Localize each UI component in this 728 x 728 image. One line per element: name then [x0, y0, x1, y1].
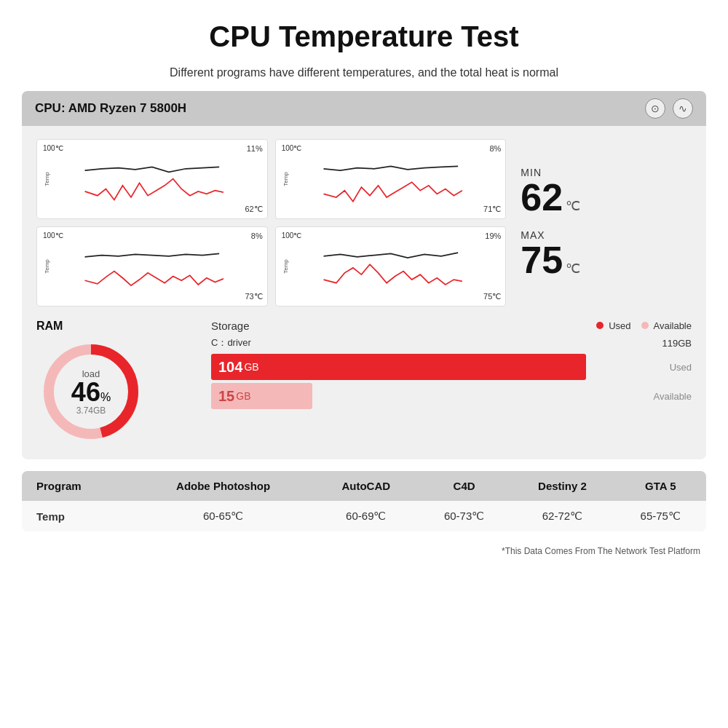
storage-drive-label: C：driver	[211, 336, 251, 349]
chart-4-svg	[282, 241, 500, 296]
ram-label: RAM	[36, 320, 63, 333]
cell-photoshop: 60-65℃	[133, 501, 314, 531]
chart-3-percentage: 8%	[251, 232, 263, 240]
col-c4d: C4D	[419, 471, 510, 501]
cell-destiny2: 62-72℃	[510, 501, 614, 531]
storage-drive-size: 119GB	[662, 338, 692, 349]
cell-autocad: 60-69℃	[314, 501, 419, 531]
max-stat-block: MAX 75 ℃	[521, 229, 580, 279]
available-value: 15	[218, 388, 234, 405]
chart-3-svg	[43, 241, 261, 296]
cell-c4d: 60-73℃	[419, 501, 510, 531]
used-bar: 104 GB	[211, 354, 586, 380]
col-program: Program	[22, 471, 133, 501]
donut-container: load 46 % 3.74GB	[36, 337, 146, 446]
chart-2: 100℃ Temp 8% 71℃	[275, 139, 507, 219]
row-label: Temp	[22, 501, 133, 531]
ram-storage-row: RAM load 46 %	[22, 320, 706, 459]
available-bar-row: 15 GB Available	[211, 383, 692, 409]
used-text: Used	[592, 362, 692, 373]
cell-gta5: 65-75℃	[615, 501, 706, 531]
stats-area: MIN 62 ℃ MAX 75 ℃	[513, 139, 692, 306]
storage-title-row: Storage Used Available	[211, 320, 692, 332]
panel-body: 100℃ Temp 11% 62℃ 100℃	[22, 126, 706, 320]
main-panel: CPU: AMD Ryzen 7 5800H ⊙ ∿ 100℃ Temp 11%	[22, 91, 706, 459]
used-legend: Used	[596, 320, 631, 331]
chart-2-side-label: Temp	[282, 172, 289, 186]
table-header-row: Program Adobe Photoshop AutoCAD C4D Dest…	[22, 471, 706, 501]
chart-4: 100℃ Temp 19% 75℃	[275, 226, 507, 306]
speedometer-icon[interactable]: ⊙	[645, 98, 665, 119]
chart-4-top-label: 100℃	[282, 232, 500, 240]
used-value: 104	[218, 359, 242, 376]
donut-percent: 46	[71, 379, 100, 405]
min-value: 62	[521, 178, 563, 216]
storage-section: Storage Used Available C：driver	[197, 320, 692, 409]
used-unit: GB	[244, 361, 258, 373]
chart-3: 100℃ Temp 8% 73℃	[36, 226, 268, 306]
donut-gb: 3.74GB	[71, 405, 111, 416]
available-text: Available	[318, 391, 692, 402]
donut-percent-sign: %	[100, 391, 111, 404]
max-value: 75	[521, 241, 563, 279]
panel-header: CPU: AMD Ryzen 7 5800H ⊙ ∿	[22, 91, 706, 126]
available-legend-label: Available	[653, 320, 692, 331]
chart-3-side-label: Temp	[44, 259, 50, 274]
storage-drive-row: C：driver 119GB	[211, 336, 692, 349]
program-table: Program Adobe Photoshop AutoCAD C4D Dest…	[22, 471, 706, 531]
chart-4-percentage: 19%	[485, 232, 501, 240]
page-subtitle: Different programs have different temper…	[22, 66, 706, 79]
chart-1-percentage: 11%	[247, 144, 263, 153]
charts-row-bottom: 100℃ Temp 8% 73℃ 100℃ Temp 19%	[36, 226, 506, 306]
table-row: Temp 60-65℃ 60-69℃ 60-73℃ 62-72℃ 65-75℃	[22, 501, 706, 531]
used-legend-dot	[596, 322, 604, 329]
available-legend: Available	[641, 320, 692, 331]
max-unit: ℃	[566, 261, 580, 277]
used-bar-row: 104 GB Used	[211, 354, 692, 380]
charts-area: 100℃ Temp 11% 62℃ 100℃	[36, 139, 506, 306]
donut-text: load 46 % 3.74GB	[71, 368, 111, 416]
available-unit: GB	[236, 390, 250, 402]
available-bar: 15 GB	[211, 383, 312, 409]
storage-legend: Used Available	[596, 320, 692, 331]
chart-2-temp: 71℃	[483, 205, 501, 214]
storage-title: Storage	[211, 320, 250, 332]
chart-1-top-label: 100℃	[43, 144, 261, 152]
chart-1-side-label: Temp	[44, 172, 50, 186]
chart-2-top-label: 100℃	[282, 144, 500, 152]
col-autocad: AutoCAD	[314, 471, 419, 501]
panel-header-title: CPU: AMD Ryzen 7 5800H	[35, 101, 186, 116]
min-unit: ℃	[566, 198, 580, 214]
col-gta5: GTA 5	[615, 471, 706, 501]
available-legend-dot	[641, 322, 649, 329]
chart-3-temp: 73℃	[245, 292, 262, 301]
chart-3-top-label: 100℃	[43, 232, 261, 240]
chart-1-svg	[43, 154, 261, 208]
panel-header-icons: ⊙ ∿	[645, 98, 693, 119]
col-destiny2: Destiny 2	[510, 471, 614, 501]
col-photoshop: Adobe Photoshop	[133, 471, 314, 501]
chart-1-temp: 62℃	[245, 205, 262, 214]
waveform-icon[interactable]: ∿	[673, 98, 693, 119]
ram-section: RAM load 46 %	[36, 320, 197, 446]
min-stat-block: MIN 62 ℃	[521, 167, 580, 216]
chart-4-temp: 75℃	[483, 292, 501, 301]
footnote: *This Data Comes From The Network Test P…	[22, 543, 706, 556]
used-legend-label: Used	[609, 320, 630, 331]
table-wrapper: Program Adobe Photoshop AutoCAD C4D Dest…	[22, 471, 706, 531]
chart-2-percentage: 8%	[489, 144, 501, 153]
page-title: CPU Temperature Test	[22, 20, 706, 53]
chart-1: 100℃ Temp 11% 62℃	[36, 139, 268, 219]
chart-2-svg	[282, 154, 500, 208]
charts-row-top: 100℃ Temp 11% 62℃ 100℃	[36, 139, 506, 219]
chart-4-side-label: Temp	[282, 259, 289, 274]
